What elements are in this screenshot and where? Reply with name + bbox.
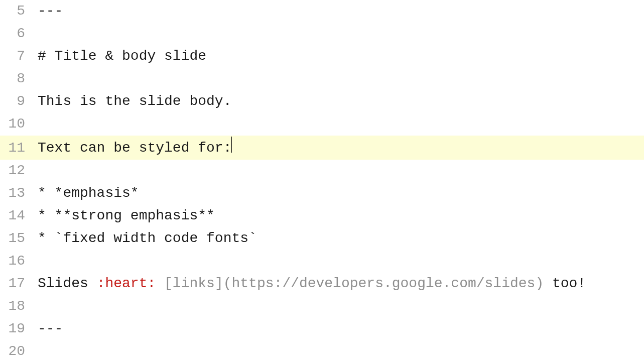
text-cursor [231, 137, 232, 153]
line-number: 19 [0, 318, 38, 340]
editor-line[interactable]: 16 [0, 250, 644, 273]
line-content[interactable]: Text can be styled for: [38, 136, 644, 160]
code-token: * **strong emphasis** [38, 205, 215, 227]
code-token: This is the slide body. [38, 90, 231, 113]
editor-line[interactable]: 7# Title & body slide [0, 45, 644, 68]
line-number: 17 [0, 273, 38, 295]
code-token: [links](https://developers.google.com/sl… [164, 273, 544, 295]
editor-line[interactable]: 13* *emphasis* [0, 182, 644, 205]
editor-line[interactable]: 9This is the slide body. [0, 90, 644, 113]
line-content[interactable]: This is the slide body. [38, 90, 644, 113]
editor-line[interactable]: 17Slides :heart: [links](https://develop… [0, 273, 644, 295]
code-token: :heart: [97, 273, 156, 295]
line-number: 11 [0, 137, 38, 160]
line-content[interactable]: * `fixed width code fonts` [38, 227, 644, 250]
code-token: # Title & body slide [38, 45, 206, 68]
code-token [156, 273, 164, 295]
editor-line[interactable]: 11Text can be styled for: [0, 136, 644, 160]
line-number: 6 [0, 23, 38, 45]
code-token: * *emphasis* [38, 182, 139, 205]
line-content[interactable]: # Title & body slide [38, 45, 644, 68]
line-number: 20 [0, 340, 38, 362]
line-number: 8 [0, 68, 38, 90]
code-token: Text can be styled for: [38, 137, 231, 160]
line-content[interactable]: Slides :heart: [links](https://developer… [38, 273, 644, 295]
editor-line[interactable]: 14* **strong emphasis** [0, 205, 644, 227]
code-token: * `fixed width code fonts` [38, 227, 257, 250]
code-token: Slides [38, 273, 97, 295]
line-content[interactable]: * **strong emphasis** [38, 205, 644, 227]
line-content[interactable]: * *emphasis* [38, 182, 644, 205]
line-number: 15 [0, 227, 38, 250]
code-editor[interactable]: 5---67# Title & body slide89This is the … [0, 0, 644, 362]
editor-line[interactable]: 20 [0, 340, 644, 362]
line-number: 10 [0, 113, 38, 136]
editor-line[interactable]: 10 [0, 113, 644, 136]
line-number: 14 [0, 205, 38, 227]
line-number: 12 [0, 160, 38, 182]
code-token: --- [38, 318, 63, 340]
line-number: 18 [0, 295, 38, 318]
line-number: 7 [0, 45, 38, 68]
code-token: --- [38, 0, 63, 23]
code-token: too! [544, 273, 586, 295]
editor-line[interactable]: 19--- [0, 318, 644, 340]
line-number: 13 [0, 182, 38, 205]
editor-line[interactable]: 6 [0, 23, 644, 45]
editor-line[interactable]: 18 [0, 295, 644, 318]
line-number: 9 [0, 90, 38, 113]
editor-line[interactable]: 8 [0, 68, 644, 90]
line-number: 16 [0, 250, 38, 273]
line-content[interactable]: --- [38, 0, 644, 23]
editor-line[interactable]: 15* `fixed width code fonts` [0, 227, 644, 250]
editor-line[interactable]: 12 [0, 160, 644, 182]
line-content[interactable]: --- [38, 318, 644, 340]
editor-line[interactable]: 5--- [0, 0, 644, 23]
line-number: 5 [0, 0, 38, 23]
